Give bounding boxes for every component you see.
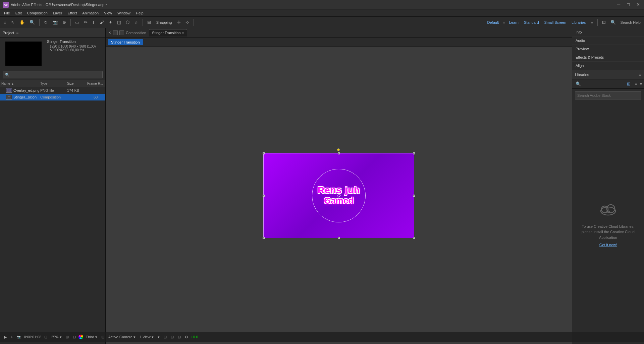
vc-grid-btn[interactable]: ⊞: [64, 334, 70, 340]
text-tool[interactable]: T: [91, 19, 97, 26]
project-menu-icon[interactable]: ≡: [16, 30, 18, 35]
puppet-tool[interactable]: ☆: [132, 19, 140, 26]
project-item-comp[interactable]: Stinger...sition Composition 60: [0, 94, 105, 100]
vc-region-btn[interactable]: ⊟: [43, 334, 49, 340]
minimize-button[interactable]: ─: [616, 2, 622, 7]
brush-tool[interactable]: 🖌: [98, 19, 106, 26]
vc-render-btn[interactable]: ⊡: [162, 334, 168, 340]
menu-edit[interactable]: Edit: [13, 10, 24, 16]
roto-tool[interactable]: ⬡: [124, 19, 131, 26]
vc-view-mode[interactable]: 1 View ▾: [138, 334, 155, 340]
project-search-input[interactable]: [3, 71, 103, 78]
viewport[interactable]: Rens juh Gamed: [106, 47, 572, 344]
rotate-tool[interactable]: ↻: [42, 19, 49, 26]
comp-tab-menu-icon[interactable]: ≡: [182, 31, 184, 35]
pen-tool[interactable]: ✏: [82, 19, 89, 26]
handle-top-right[interactable]: [413, 152, 415, 154]
vc-ram-preview[interactable]: ▶: [3, 334, 8, 340]
get-it-now-link[interactable]: Get it now!: [599, 243, 617, 247]
pan-tool[interactable]: ⊕: [61, 19, 68, 26]
snap-crosshair[interactable]: ✛: [175, 19, 182, 26]
snap-toggle[interactable]: ⊞: [146, 19, 153, 26]
workspace-standard[interactable]: Standard: [522, 19, 541, 26]
shape-rect-tool[interactable]: ▭: [73, 19, 81, 26]
workspace-learn[interactable]: Learn: [507, 19, 521, 26]
vc-zoom-dropdown[interactable]: 25% ▾: [50, 334, 63, 340]
library-search-icon[interactable]: 🔍: [574, 81, 582, 87]
handle-bottom-left[interactable]: [263, 237, 265, 239]
handle-bottom-right[interactable]: [413, 237, 415, 239]
vc-color-label-text: Third: [86, 335, 94, 339]
maximize-button[interactable]: □: [626, 2, 631, 7]
toolbar-sep-5: [597, 19, 598, 26]
rp-section-effects[interactable]: Effects & Presets: [572, 53, 644, 62]
snap-points[interactable]: ⊹: [184, 19, 191, 26]
toolbar-sep-2: [70, 19, 71, 26]
main-layout: Project ≡ Stinger Transition 1920 x 1080…: [0, 28, 644, 344]
handle-middle-left[interactable]: [263, 195, 265, 197]
vc-audio-btn[interactable]: ♪: [9, 334, 14, 340]
select-tool[interactable]: ↖: [9, 19, 16, 26]
menu-view[interactable]: View: [101, 10, 115, 16]
workspace-default[interactable]: Default: [485, 19, 501, 26]
menu-effect[interactable]: Effect: [65, 10, 79, 16]
zoom-tool[interactable]: 🔍: [28, 19, 37, 26]
vc-snapshot[interactable]: 📷: [15, 334, 23, 340]
vc-layer-btn[interactable]: ⊡: [176, 334, 182, 340]
rp-align-label: Align: [576, 64, 584, 68]
home-button[interactable]: ⌂: [2, 19, 8, 26]
comp-tab-stinger[interactable]: Stinger Transition ≡: [149, 29, 187, 37]
rp-section-audio[interactable]: Audio: [572, 37, 644, 45]
eraser-tool[interactable]: ◫: [115, 19, 123, 26]
rp-section-align[interactable]: Align: [572, 62, 644, 70]
project-title: Project: [3, 31, 14, 35]
ae-logo-icon: Ae: [3, 2, 9, 8]
camera-tool[interactable]: 📷: [51, 19, 59, 26]
vc-toggle-btn[interactable]: ⊟: [71, 334, 77, 340]
libraries-title: Libraries: [575, 73, 638, 77]
close-button[interactable]: ✕: [635, 2, 641, 7]
menu-window[interactable]: Window: [115, 10, 133, 16]
workspace-libraries[interactable]: Libraries: [570, 19, 588, 26]
search-help-icon[interactable]: 🔍: [609, 19, 618, 26]
rotation-handle[interactable]: [337, 148, 340, 151]
lib-grid-view-btn[interactable]: ⊞: [626, 81, 632, 87]
menu-help[interactable]: Help: [133, 10, 146, 16]
menu-layer[interactable]: Layer: [50, 10, 65, 16]
workspace-small-screen[interactable]: Small Screen: [542, 19, 568, 26]
comp-folder-icon: [113, 30, 118, 35]
viewport-background: Rens juh Gamed: [106, 47, 572, 344]
handle-top-center[interactable]: [338, 152, 340, 154]
project-item-png[interactable]: P Overlay_ed.png PNG file 174 KB: [0, 87, 105, 94]
libraries-menu-icon[interactable]: ≡: [639, 72, 641, 77]
handle-top-left[interactable]: [263, 152, 265, 154]
menu-file[interactable]: File: [1, 10, 13, 16]
sync-btn[interactable]: ⊡: [600, 19, 607, 26]
menu-composition[interactable]: Composition: [24, 10, 50, 16]
adobe-stock-search-input[interactable]: [575, 91, 641, 99]
vc-camera-label[interactable]: Active Camera ▾: [107, 334, 137, 340]
vc-color-label[interactable]: Third ▾: [85, 334, 99, 340]
vc-grid-toggle[interactable]: ⊞: [100, 334, 106, 340]
handle-middle-right[interactable]: [413, 195, 415, 197]
vc-comp-btn[interactable]: ⊡: [169, 334, 175, 340]
handle-bottom-center[interactable]: [338, 237, 340, 239]
lib-dropdown-arrow[interactable]: ▾: [640, 82, 642, 86]
rp-section-preview[interactable]: Preview: [572, 45, 644, 53]
vc-view-options[interactable]: ▾: [156, 334, 161, 340]
workspace-more[interactable]: »: [589, 19, 595, 26]
vc-view-mode-text: 1 View: [140, 335, 151, 339]
vc-settings-btn[interactable]: ⚙: [183, 334, 190, 340]
clone-tool[interactable]: ✦: [107, 19, 114, 26]
item-png-name: Overlay_ed.png: [13, 88, 40, 92]
window-controls[interactable]: ─ □ ✕: [616, 2, 641, 7]
lib-list-view-btn[interactable]: ≡: [633, 81, 639, 87]
rp-section-info[interactable]: Info: [572, 28, 644, 37]
menu-animation[interactable]: Animation: [79, 10, 101, 16]
svg-rect-4: [8, 97, 10, 97]
snapping-label: Snapping: [154, 19, 174, 25]
hand-tool[interactable]: ✋: [18, 19, 26, 26]
comp-tab-close[interactable]: ✕: [107, 31, 112, 35]
comp-sub-tab[interactable]: Stinger Transition: [108, 39, 143, 45]
adobe-stock-section: [572, 89, 644, 102]
